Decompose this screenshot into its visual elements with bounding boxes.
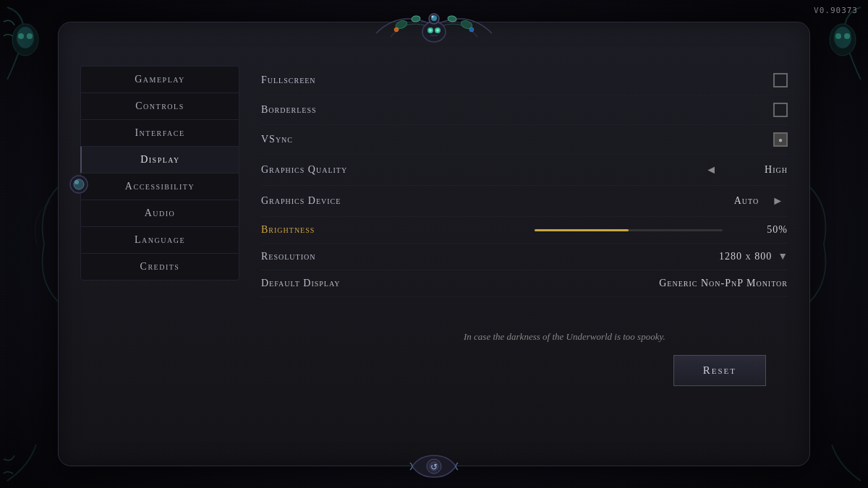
reset-button[interactable]: Reset [673, 355, 766, 386]
settings-sidebar: Gameplay Controls Interface Display Acce… [80, 66, 239, 281]
settings-description: In case the darkness of the Underworld i… [464, 331, 766, 343]
resolution-dropdown-arrow[interactable]: ▼ [778, 251, 788, 262]
brightness-slider-track[interactable] [535, 229, 723, 231]
svg-point-15 [422, 22, 446, 42]
sidebar-item-controls[interactable]: Controls [80, 93, 239, 119]
settings-content: Fullscreen Borderless VSync [261, 66, 788, 415]
vsync-label: VSync [261, 134, 464, 145]
graphics-quality-row: Graphics Quality ◄ High [261, 155, 788, 186]
brightness-slider-fill [535, 229, 629, 231]
sidebar-item-audio[interactable]: Audio [80, 200, 239, 226]
version-label: V0.90373 [814, 6, 858, 15]
svg-point-17 [435, 27, 441, 33]
brightness-control: 50% [535, 224, 788, 236]
graphics-device-row: Graphics Device Auto ► [261, 186, 788, 217]
borderless-row: Borderless [261, 95, 788, 125]
graphics-device-label: Graphics Device [261, 195, 464, 207]
graphics-quality-label: Graphics Quality [261, 164, 464, 176]
settings-rows: Fullscreen Borderless VSync [261, 66, 788, 297]
sidebar-item-interface[interactable]: Interface [80, 119, 239, 146]
fullscreen-checkbox[interactable] [773, 73, 788, 87]
borderless-control [773, 103, 788, 117]
sidebar-item-language[interactable]: Language [80, 226, 239, 253]
sidebar-item-display[interactable]: Display [80, 146, 239, 173]
graphics-device-value: Auto [701, 195, 759, 207]
sidebar-item-credits[interactable]: Credits [80, 253, 239, 281]
default-display-value: Generic Non-PnP Monitor [643, 278, 788, 289]
svg-point-19 [436, 29, 439, 32]
sidebar-orb-icon [69, 174, 89, 194]
vsync-row: VSync [261, 125, 788, 155]
brightness-label: Brightness [261, 224, 464, 236]
settings-panel: Gameplay Controls Interface Display Acce… [58, 22, 810, 466]
sidebar-item-accessibility[interactable]: Accessibility [80, 173, 239, 200]
svg-point-16 [427, 27, 433, 33]
sidebar-item-gameplay[interactable]: Gameplay [80, 66, 239, 93]
fullscreen-control [773, 73, 788, 87]
vsync-checkbox[interactable] [773, 132, 788, 147]
graphics-device-control: Auto ► [701, 193, 788, 209]
graphics-device-right-arrow[interactable]: ► [767, 193, 788, 209]
svg-text:↺: ↺ [430, 462, 438, 472]
borderless-label: Borderless [261, 104, 464, 116]
svg-point-25 [75, 180, 79, 184]
svg-point-12 [394, 27, 399, 32]
vsync-control [773, 132, 788, 147]
svg-point-18 [429, 29, 432, 32]
back-button[interactable]: ↺ [409, 452, 459, 481]
borderless-checkbox[interactable] [773, 103, 788, 117]
resolution-row: Resolution 1280 x 800 ▼ [261, 244, 788, 270]
svg-point-13 [469, 27, 474, 32]
fullscreen-label: Fullscreen [261, 74, 464, 86]
default-display-row: Default Display Generic Non-PnP Monitor [261, 270, 788, 297]
graphics-quality-value: High [730, 164, 788, 176]
graphics-quality-left-arrow[interactable]: ◄ [701, 162, 721, 178]
fullscreen-row: Fullscreen [261, 66, 788, 95]
brightness-value: 50% [730, 224, 788, 236]
default-display-control: Generic Non-PnP Monitor [643, 278, 788, 289]
resolution-label: Resolution [261, 251, 464, 262]
default-display-label: Default Display [261, 278, 464, 289]
brightness-row: Brightness 50% [261, 217, 788, 244]
resolution-control: 1280 x 800 ▼ [714, 251, 788, 262]
resolution-value: 1280 x 800 [714, 251, 772, 262]
graphics-quality-control: ◄ High [701, 162, 788, 178]
